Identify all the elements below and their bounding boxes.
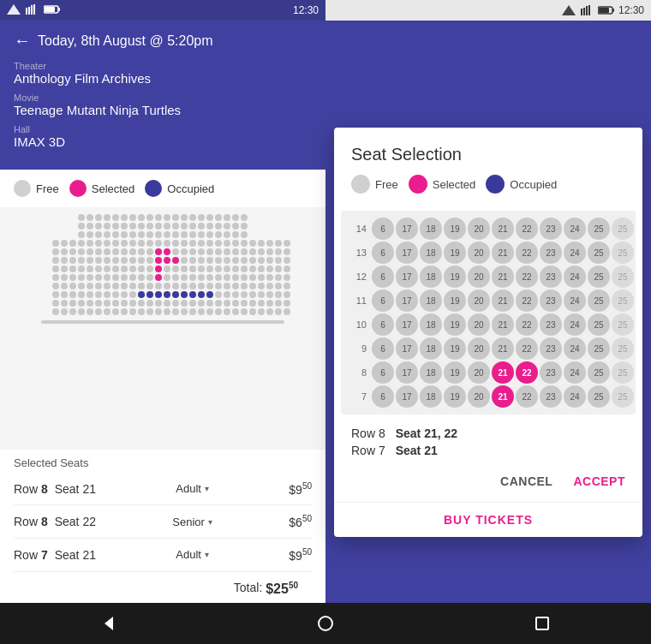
modal-seat-cell[interactable]: 17 xyxy=(396,218,418,240)
nav-home-button[interactable] xyxy=(308,606,343,641)
modal-seat-cell[interactable]: 20 xyxy=(468,313,490,336)
modal-seat-cell[interactable]: 19 xyxy=(444,385,466,408)
modal-seat-cell[interactable]: 6 xyxy=(372,218,394,240)
modal-seat-cell[interactable]: 22 xyxy=(516,385,538,408)
back-button[interactable]: ← xyxy=(14,31,31,51)
modal-seat-cell[interactable]: 23 xyxy=(540,385,562,408)
modal-seat-cell[interactable]: 22 xyxy=(516,289,538,312)
modal-seat-cell[interactable]: 19 xyxy=(444,265,466,288)
modal-seat-cell[interactable]: 20 xyxy=(468,361,490,384)
modal-seat-cell[interactable]: 18 xyxy=(420,361,442,384)
modal-seat-cell[interactable]: 24 xyxy=(564,313,586,336)
modal-seat-cell[interactable]: 18 xyxy=(420,289,442,312)
modal-seat-cell[interactable]: 20 xyxy=(468,218,490,240)
modal-seat-cell[interactable]: 21 xyxy=(492,265,514,288)
modal-seat-cell[interactable]: 18 xyxy=(420,242,442,264)
modal-seat-cell[interactable]: 25 xyxy=(588,242,610,264)
modal-seat-cell[interactable]: 23 xyxy=(540,289,562,312)
total-amount: $2550 xyxy=(266,581,298,597)
modal-seat-cell[interactable]: 19 xyxy=(444,337,466,360)
modal-seat-cell[interactable]: 22 xyxy=(516,242,538,264)
modal-seat-cell[interactable]: 19 xyxy=(444,289,466,312)
modal-seat-cell[interactable]: 22 xyxy=(516,361,538,384)
modal-seat-cell[interactable]: 20 xyxy=(468,289,490,312)
modal-seat-cell[interactable]: 6 xyxy=(372,385,394,408)
modal-seat-cell[interactable]: 17 xyxy=(396,289,418,312)
modal-seat-cell[interactable]: 19 xyxy=(444,218,466,240)
seat-type-3[interactable]: Adult ▾ xyxy=(176,548,209,561)
cancel-button[interactable]: CANCEL xyxy=(500,474,552,488)
modal-seat-cell[interactable]: 18 xyxy=(420,313,442,336)
nav-recent-button[interactable] xyxy=(525,606,559,641)
modal-seat-cell[interactable]: 21 xyxy=(492,242,514,264)
modal-seat-cell[interactable]: 22 xyxy=(516,265,538,288)
modal-seat-cell[interactable]: 17 xyxy=(396,242,418,264)
modal-seat-cell[interactable]: 24 xyxy=(564,361,586,384)
modal-seat-cell[interactable]: 22 xyxy=(516,313,538,336)
modal-seat-cell[interactable]: 24 xyxy=(564,242,586,264)
modal-seat-cell[interactable]: 24 xyxy=(564,289,586,312)
seat-type-2[interactable]: Senior ▾ xyxy=(172,516,212,528)
modal-seat-cell[interactable]: 17 xyxy=(396,265,418,288)
modal-seat-cell[interactable]: 25 xyxy=(588,289,610,312)
modal-seat-cell[interactable]: 24 xyxy=(564,385,586,408)
modal-seat-cell[interactable]: 19 xyxy=(444,242,466,264)
modal-seat-cell[interactable]: 6 xyxy=(372,289,394,312)
modal-seat-cell[interactable]: 21 xyxy=(492,337,514,360)
modal-seat-cell[interactable]: 20 xyxy=(468,385,490,408)
modal-seat-grid[interactable]: 1461718192021222324252513617181920212223… xyxy=(348,211,629,414)
modal-seat-cell[interactable]: 20 xyxy=(468,242,490,264)
modal-seat-cell[interactable]: 6 xyxy=(372,265,394,288)
modal-seat-cell[interactable]: 18 xyxy=(420,218,442,240)
buy-tickets-button-modal[interactable]: BUY TICKETS xyxy=(334,502,642,537)
modal-seat-cell[interactable]: 25 xyxy=(588,218,610,240)
modal-seat-cell[interactable]: 23 xyxy=(540,265,562,288)
seat-map[interactable] xyxy=(10,214,315,315)
modal-seat-cell[interactable]: 24 xyxy=(564,337,586,360)
modal-seat-row: 9617181920212223242525 xyxy=(351,337,625,360)
modal-seat-cell[interactable]: 23 xyxy=(540,361,562,384)
modal-seat-cell[interactable]: 17 xyxy=(396,337,418,360)
modal-seat-cell[interactable]: 6 xyxy=(372,337,394,360)
modal-seat-cell[interactable]: 21 xyxy=(492,218,514,240)
modal-seat-cell[interactable]: 6 xyxy=(372,242,394,264)
seat-map-container xyxy=(0,207,326,450)
modal-seat-cell[interactable]: 21 xyxy=(492,289,514,312)
modal-seat-cell[interactable]: 18 xyxy=(420,385,442,408)
modal-seat-cell[interactable]: 19 xyxy=(444,361,466,384)
modal-seat-cell[interactable]: 23 xyxy=(540,218,562,240)
modal-seat-cell[interactable]: 6 xyxy=(372,313,394,336)
modal-seat-cell[interactable]: 21 xyxy=(492,385,514,408)
nav-back-button[interactable] xyxy=(92,606,126,641)
modal-seat-cell[interactable]: 25 xyxy=(588,385,610,408)
modal-seat-cell[interactable]: 21 xyxy=(492,361,514,384)
modal-seat-cell[interactable]: 17 xyxy=(396,385,418,408)
row-number-label: 8 xyxy=(351,367,367,378)
modal-seat-cell[interactable]: 24 xyxy=(564,265,586,288)
modal-seat-cell[interactable]: 25 xyxy=(588,361,610,384)
modal-seat-cell[interactable]: 23 xyxy=(540,313,562,336)
modal-legend-selected: Selected xyxy=(409,175,476,194)
modal-seat-cell[interactable]: 17 xyxy=(396,313,418,336)
modal-seat-cell[interactable]: 20 xyxy=(468,337,490,360)
modal-seat-overflow: 25 xyxy=(612,313,634,336)
modal-seat-cell[interactable]: 21 xyxy=(492,313,514,336)
svg-rect-3 xyxy=(31,5,33,15)
seat-type-1[interactable]: Adult ▾ xyxy=(176,482,209,495)
modal-seat-cell[interactable]: 6 xyxy=(372,361,394,384)
modal-seat-cell[interactable]: 18 xyxy=(420,337,442,360)
modal-seat-cell[interactable]: 20 xyxy=(468,265,490,288)
modal-seat-cell[interactable]: 22 xyxy=(516,218,538,240)
modal-seat-cell[interactable]: 19 xyxy=(444,313,466,336)
modal-seat-cell[interactable]: 23 xyxy=(540,337,562,360)
modal-seat-cell[interactable]: 23 xyxy=(540,242,562,264)
accept-button[interactable]: ACCEPT xyxy=(573,474,625,488)
modal-seat-cell[interactable]: 25 xyxy=(588,313,610,336)
modal-seat-cell[interactable]: 24 xyxy=(564,218,586,240)
modal-seat-cell[interactable]: 25 xyxy=(588,265,610,288)
modal-seat-cell[interactable]: 22 xyxy=(516,337,538,360)
selected-seats-section: Selected Seats Row 8 Seat 21 Adult ▾ $95… xyxy=(0,450,326,609)
modal-seat-cell[interactable]: 17 xyxy=(396,361,418,384)
modal-seat-cell[interactable]: 25 xyxy=(588,337,610,360)
modal-seat-cell[interactable]: 18 xyxy=(420,265,442,288)
